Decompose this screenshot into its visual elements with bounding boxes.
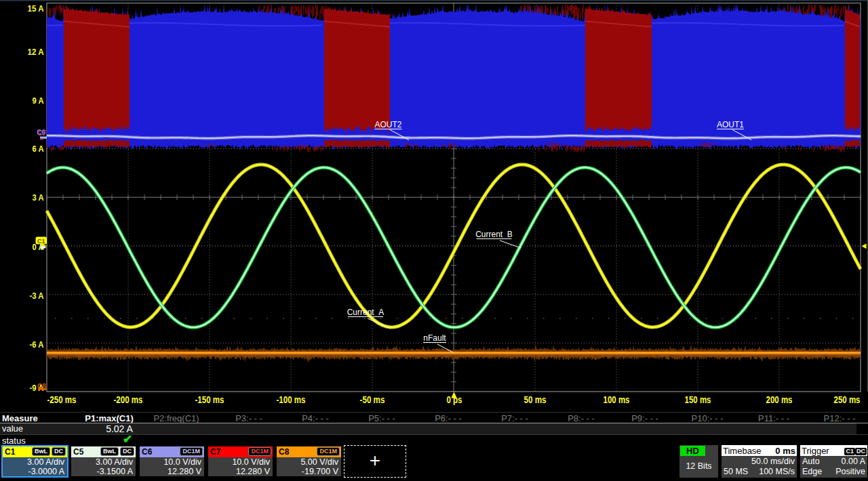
svg-text:-100 ms: -100 ms [277, 394, 306, 405]
svg-text:9 A: 9 A [33, 96, 45, 106]
svg-text:15 A: 15 A [28, 3, 45, 14]
svg-text:-200 ms: -200 ms [114, 394, 143, 405]
svg-text:100 ms: 100 ms [604, 394, 630, 405]
svg-text:Current_A: Current_A [347, 308, 384, 317]
svg-text:3 A: 3 A [33, 192, 45, 203]
svg-text:-150 ms: -150 ms [195, 394, 224, 405]
svg-text:12 A: 12 A [28, 47, 45, 57]
svg-text:150 ms: 150 ms [685, 394, 711, 405]
svg-text:nFault: nFault [423, 333, 446, 343]
svg-text:-3 A: -3 A [30, 291, 45, 301]
svg-text:-250 ms: -250 ms [47, 394, 77, 405]
svg-text:AOUT2: AOUT2 [374, 120, 401, 129]
svg-text:AOUT1: AOUT1 [717, 120, 744, 129]
svg-text:6 A: 6 A [33, 144, 45, 154]
svg-text:-50 ms: -50 ms [360, 394, 385, 405]
svg-text:200 ms: 200 ms [766, 394, 793, 405]
svg-text:250 ms: 250 ms [834, 394, 861, 405]
svg-text:C6: C6 [37, 129, 45, 136]
svg-text:50 ms: 50 ms [524, 394, 547, 405]
svg-text:-6 A: -6 A [30, 339, 45, 350]
svg-text:C1: C1 [37, 238, 45, 245]
svg-text:Current_B: Current_B [475, 230, 513, 239]
